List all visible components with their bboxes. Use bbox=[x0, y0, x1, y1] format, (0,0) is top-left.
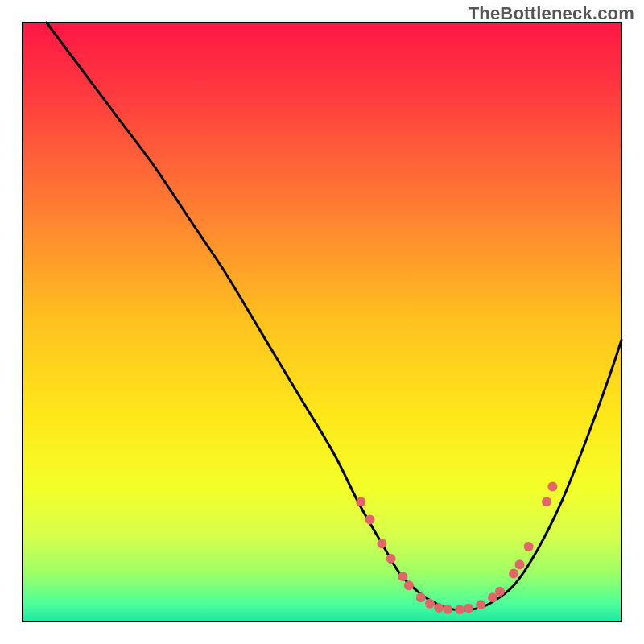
highlight-point bbox=[542, 497, 551, 506]
highlight-point bbox=[365, 515, 375, 525]
bottleneck-chart bbox=[0, 0, 644, 644]
watermark-text: TheBottleneck.com bbox=[469, 3, 634, 24]
highlight-point bbox=[547, 482, 557, 492]
highlight-point bbox=[524, 542, 534, 551]
highlight-point bbox=[377, 539, 386, 548]
highlight-point bbox=[455, 605, 464, 614]
highlight-point bbox=[476, 600, 485, 609]
highlight-point bbox=[464, 604, 473, 613]
highlight-point bbox=[495, 587, 505, 597]
highlight-point bbox=[509, 568, 518, 578]
highlight-point bbox=[386, 554, 396, 564]
highlight-point bbox=[398, 572, 407, 581]
highlight-point bbox=[515, 559, 525, 569]
highlight-point bbox=[416, 592, 426, 602]
highlight-point bbox=[425, 599, 435, 609]
highlight-point bbox=[404, 580, 414, 590]
chart-container: TheBottleneck.com bbox=[0, 0, 644, 644]
highlight-point bbox=[434, 603, 444, 613]
highlight-point bbox=[356, 497, 365, 506]
highlight-point bbox=[443, 605, 452, 614]
